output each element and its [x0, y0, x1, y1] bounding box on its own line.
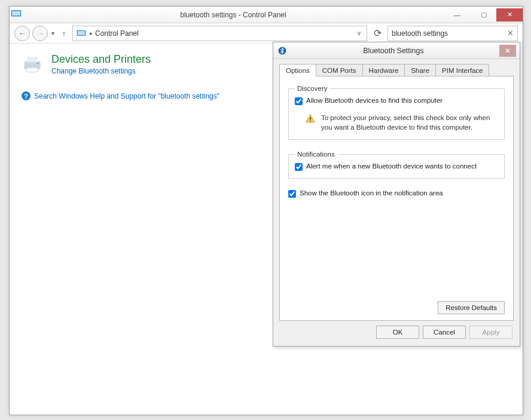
- window-title: bluetooth settings - Control Panel: [23, 11, 444, 19]
- show-tray-icon-row[interactable]: Show the Bluetooth icon in the notificat…: [288, 189, 505, 198]
- discovery-warning: To protect your privacy, select this che…: [306, 114, 497, 132]
- minimize-button[interactable]: —: [444, 8, 470, 22]
- dialog-close-button[interactable]: ✕: [499, 45, 516, 57]
- up-button[interactable]: ↑: [58, 29, 70, 38]
- tab-comports[interactable]: COM Ports: [316, 64, 363, 76]
- back-button[interactable]: ←: [14, 26, 30, 41]
- warning-icon: [306, 114, 315, 132]
- svg-rect-5: [27, 57, 38, 62]
- breadcrumb-separator-icon: ▸: [87, 30, 95, 36]
- restore-defaults-button[interactable]: Restore Defaults: [438, 301, 505, 314]
- dialog-title: Bluetooth Settings: [288, 47, 499, 55]
- svg-rect-6: [27, 68, 38, 72]
- notifications-group: Notifications Alert me when a new Blueto…: [288, 151, 505, 179]
- result-sublink[interactable]: Change Bluetooth settings: [51, 67, 151, 75]
- clear-search-icon[interactable]: ✕: [507, 29, 514, 38]
- window-titlebar: bluetooth settings - Control Panel — ▢ ✕: [10, 7, 523, 23]
- bluetooth-icon: [277, 47, 288, 55]
- cancel-button[interactable]: Cancel: [423, 326, 466, 339]
- dialog-tabs: Options COM Ports Hardware Share PIM Int…: [273, 59, 520, 76]
- discovery-group: Discovery Allow Bluetooth devices to fin…: [288, 85, 505, 140]
- tab-page-options: Discovery Allow Bluetooth devices to fin…: [279, 76, 514, 321]
- window-buttons: — ▢ ✕: [444, 8, 523, 22]
- tab-hardware[interactable]: Hardware: [362, 64, 405, 76]
- discovery-warning-text: To protect your privacy, select this che…: [321, 114, 497, 132]
- tab-pim[interactable]: PIM Interface: [435, 64, 489, 76]
- alert-new-device-row[interactable]: Alert me when a new Bluetooth device wan…: [295, 163, 498, 171]
- dialog-titlebar: Bluetooth Settings ✕: [273, 42, 520, 59]
- result-heading[interactable]: Devices and Printers: [51, 53, 151, 66]
- svg-point-7: [37, 63, 39, 65]
- tab-share[interactable]: Share: [404, 64, 436, 76]
- allow-discovery-checkbox[interactable]: [295, 97, 303, 105]
- tab-options[interactable]: Options: [279, 64, 316, 76]
- svg-rect-3: [78, 31, 85, 35]
- show-tray-icon-checkbox[interactable]: [288, 190, 296, 198]
- help-link-text: Search Windows Help and Support for "blu…: [34, 92, 219, 100]
- bluetooth-settings-dialog: Bluetooth Settings ✕ Options COM Ports H…: [273, 42, 520, 347]
- discovery-legend: Discovery: [295, 85, 329, 92]
- apply-button[interactable]: Apply: [469, 326, 512, 339]
- svg-rect-10: [310, 121, 310, 121]
- svg-rect-1: [12, 11, 20, 16]
- devices-and-printers-icon: [22, 53, 43, 77]
- history-dropdown-icon[interactable]: ▾: [50, 30, 56, 36]
- alert-new-device-checkbox[interactable]: [295, 163, 303, 171]
- maximize-button[interactable]: ▢: [470, 8, 496, 22]
- alert-new-device-label: Alert me when a new Bluetooth device wan…: [306, 163, 477, 170]
- breadcrumb-root[interactable]: Control Panel: [95, 29, 139, 38]
- address-control-panel-icon: [75, 29, 87, 38]
- notifications-legend: Notifications: [295, 151, 337, 158]
- control-panel-icon: [10, 10, 23, 20]
- ok-button[interactable]: OK: [376, 326, 419, 339]
- forward-button[interactable]: →: [32, 26, 48, 41]
- allow-discovery-row[interactable]: Allow Bluetooth devices to find this com…: [295, 97, 498, 105]
- close-button[interactable]: ✕: [496, 8, 523, 22]
- search-input[interactable]: bluetooth settings: [392, 29, 448, 38]
- refresh-button[interactable]: ⟳: [370, 26, 385, 41]
- allow-discovery-label: Allow Bluetooth devices to find this com…: [306, 97, 443, 104]
- search-box[interactable]: bluetooth settings ✕: [387, 26, 518, 41]
- help-icon: ?: [22, 91, 30, 100]
- show-tray-icon-label: Show the Bluetooth icon in the notificat…: [300, 189, 443, 197]
- address-field[interactable]: ▸ Control Panel v: [72, 26, 367, 41]
- address-dropdown-icon[interactable]: v: [354, 30, 364, 36]
- address-bar: ← → ▾ ↑ ▸ Control Panel v ⟳ bluetooth se…: [10, 23, 523, 44]
- dialog-buttons: OK Cancel Apply: [273, 326, 520, 345]
- svg-rect-9: [310, 117, 310, 120]
